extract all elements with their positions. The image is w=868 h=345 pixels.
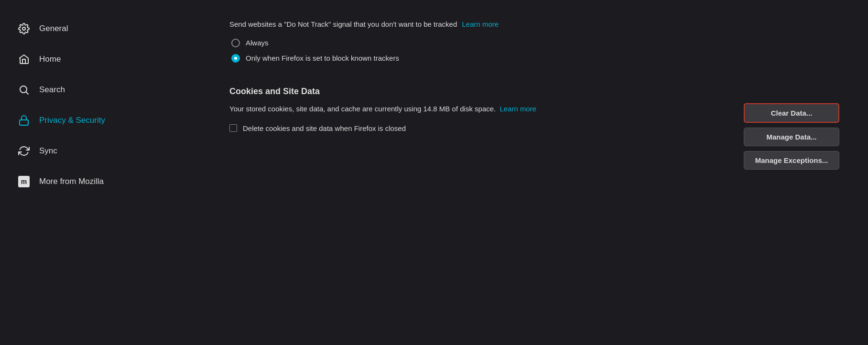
home-icon [17, 53, 31, 66]
cookies-section: Cookies and Site Data Your stored cookie… [229, 86, 839, 170]
dnt-radio-trackers-circle [231, 54, 240, 63]
svg-point-0 [22, 27, 25, 30]
cookies-title: Cookies and Site Data [229, 86, 839, 97]
main-content: Send websites a "Do Not Track" signal th… [201, 0, 868, 345]
sidebar-item-sync-label: Sync [39, 146, 57, 156]
dnt-radio-trackers[interactable]: Only when Firefox is set to block known … [231, 54, 839, 63]
gear-icon [17, 22, 31, 35]
sidebar: General Home Search Privacy & Security [0, 0, 201, 345]
svg-line-2 [26, 92, 28, 94]
sidebar-item-search-label: Search [39, 85, 65, 95]
cookies-left: Your stored cookies, site data, and cach… [229, 103, 725, 132]
lock-icon [17, 114, 31, 127]
dnt-radio-group: Always Only when Firefox is set to block… [231, 39, 839, 63]
mozilla-icon: m [17, 175, 31, 188]
cookies-description: Your stored cookies, site data, and cach… [229, 103, 725, 115]
manage-exceptions-button[interactable]: Manage Exceptions... [744, 151, 839, 170]
svg-point-1 [20, 86, 27, 93]
manage-data-button[interactable]: Manage Data... [744, 128, 839, 146]
svg-rect-3 [20, 120, 28, 125]
sidebar-item-search[interactable]: Search [4, 76, 197, 103]
sidebar-item-home[interactable]: Home [4, 46, 197, 73]
dnt-radio-always-circle [231, 39, 240, 47]
sidebar-item-general-label: General [39, 24, 68, 33]
dnt-section: Send websites a "Do Not Track" signal th… [229, 19, 839, 63]
delete-cookies-checkbox[interactable] [229, 124, 237, 132]
clear-data-button[interactable]: Clear Data... [744, 103, 839, 123]
dnt-description: Send websites a "Do Not Track" signal th… [229, 19, 839, 30]
sidebar-item-privacy-label: Privacy & Security [39, 116, 105, 125]
cookies-body: Your stored cookies, site data, and cach… [229, 103, 839, 170]
sidebar-item-privacy[interactable]: Privacy & Security [4, 107, 197, 134]
sidebar-item-more-mozilla[interactable]: m More from Mozilla [4, 168, 197, 195]
delete-cookies-checkbox-row[interactable]: Delete cookies and site data when Firefo… [229, 124, 725, 132]
dnt-learn-more-link[interactable]: Learn more [462, 20, 499, 28]
sidebar-item-sync[interactable]: Sync [4, 138, 197, 164]
search-icon [17, 83, 31, 97]
cookies-buttons: Clear Data... Manage Data... Manage Exce… [744, 103, 839, 170]
dnt-radio-always[interactable]: Always [231, 39, 839, 47]
sidebar-item-more-mozilla-label: More from Mozilla [39, 177, 104, 186]
sidebar-item-home-label: Home [39, 54, 61, 64]
cookies-learn-more-link[interactable]: Learn more [499, 105, 536, 113]
sidebar-item-general[interactable]: General [4, 15, 197, 42]
sync-icon [17, 144, 31, 158]
